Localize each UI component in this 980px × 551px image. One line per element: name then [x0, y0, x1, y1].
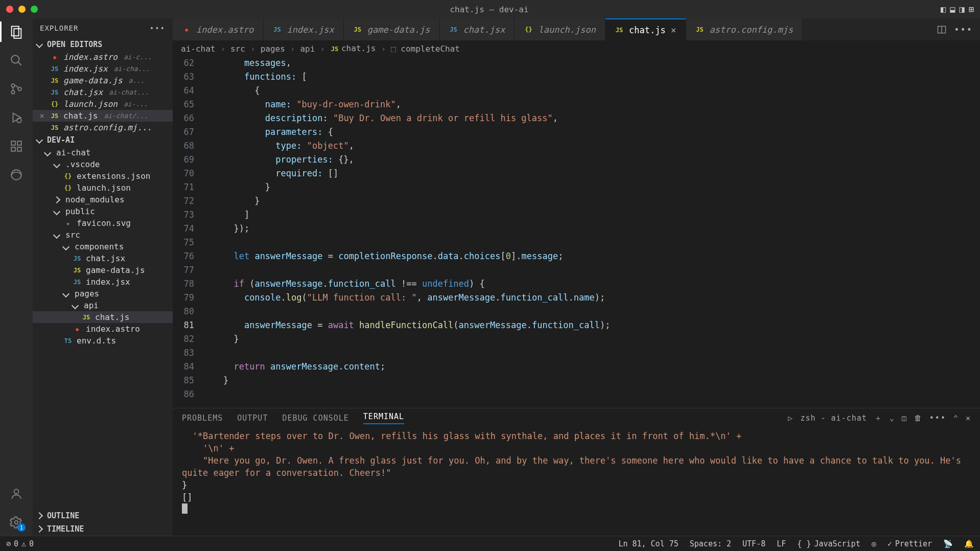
file-item[interactable]: JSchat.jsx: [33, 252, 173, 264]
file-item[interactable]: {}launch.json: [33, 182, 173, 194]
folder-item[interactable]: public: [33, 205, 173, 217]
extensions-icon[interactable]: [8, 138, 25, 154]
status-feedback-icon[interactable]: 📡: [943, 539, 953, 548]
status-eol[interactable]: LF: [777, 539, 786, 548]
open-editor-item[interactable]: JSindex.jsxai-cha...: [33, 63, 173, 75]
split-terminal-icon[interactable]: ◫: [902, 414, 907, 423]
panel-tab[interactable]: DEBUG CONSOLE: [282, 414, 348, 423]
code-line[interactable]: 63 functions: [: [175, 70, 980, 84]
terminal-name[interactable]: zsh - ai-chat: [800, 414, 867, 423]
breadcrumb-segment[interactable]: JSchat.js: [330, 43, 376, 54]
status-cursor[interactable]: Ln 81, Col 75: [618, 539, 678, 548]
folder-item[interactable]: .vscode: [33, 158, 173, 170]
status-bell-icon[interactable]: 🔔: [964, 539, 974, 548]
code-line[interactable]: 77: [175, 263, 980, 277]
folder-item[interactable]: pages: [33, 288, 173, 300]
file-item[interactable]: ◆index.astro: [33, 323, 173, 335]
open-editor-item[interactable]: ×JSchat.jsai-chat/...: [33, 110, 173, 122]
code-line[interactable]: 73 ]: [175, 208, 980, 222]
status-language[interactable]: { } JavaScript: [797, 539, 860, 548]
panel-tab[interactable]: TERMINAL: [363, 412, 404, 424]
folder-item[interactable]: ai-chat: [33, 147, 173, 158]
code-line[interactable]: 68 type: "object",: [175, 139, 980, 153]
panel-tab[interactable]: OUTPUT: [237, 414, 268, 423]
close-window[interactable]: [6, 6, 13, 13]
editor-tab[interactable]: {}launch.json: [515, 18, 605, 40]
editor-more-icon[interactable]: •••: [954, 25, 973, 35]
status-prettier[interactable]: ✓ Prettier: [888, 539, 932, 548]
code-line[interactable]: 84 return answerMessage.content;: [175, 360, 980, 374]
open-editor-item[interactable]: {}launch.jsonai-...: [33, 98, 173, 110]
terminal-profile-icon[interactable]: ▷: [788, 414, 793, 423]
panel-tab[interactable]: PROBLEMS: [182, 414, 223, 423]
code-line[interactable]: 79 console.log("LLM function call: ", an…: [175, 291, 980, 305]
workspace-header[interactable]: DEV-AI: [33, 133, 173, 147]
code-line[interactable]: 80: [175, 305, 980, 318]
open-editor-item[interactable]: JSastro.config.mj...: [33, 122, 173, 133]
new-terminal-icon[interactable]: ＋: [874, 414, 882, 423]
settings-gear-icon[interactable]: 1: [8, 514, 25, 531]
tab-close-icon[interactable]: ×: [671, 25, 676, 35]
code-line[interactable]: 81 answerMessage = await handleFunctionC…: [175, 318, 980, 332]
terminal-dropdown-icon[interactable]: ⌄: [890, 414, 895, 423]
file-item[interactable]: JSgame-data.js: [33, 264, 173, 276]
file-item[interactable]: JSchat.js: [33, 311, 173, 323]
minimize-window[interactable]: [18, 6, 26, 13]
toggle-primary-sidebar-icon[interactable]: ◧: [941, 4, 946, 14]
breadcrumb[interactable]: ai-chat›src›pages›api›JSchat.js›⬚ comple…: [173, 41, 980, 56]
file-item[interactable]: ★favicon.svg: [33, 217, 173, 229]
open-editor-item[interactable]: JSchat.jsxai-chat...: [33, 86, 173, 98]
code-line[interactable]: 78 if (answerMessage.function_call !== u…: [175, 277, 980, 291]
code-line[interactable]: 86: [175, 387, 980, 401]
code-line[interactable]: 75: [175, 236, 980, 249]
status-encoding[interactable]: UTF-8: [742, 539, 765, 548]
edge-tools-icon[interactable]: [8, 167, 25, 183]
code-line[interactable]: 65 name: "buy-dr-owen-drink",: [175, 98, 980, 111]
code-line[interactable]: 66 description: "Buy Dr. Owen a drink or…: [175, 111, 980, 125]
accounts-icon[interactable]: [8, 486, 25, 502]
code-line[interactable]: 67 parameters: {: [175, 125, 980, 139]
code-line[interactable]: 83: [175, 346, 980, 360]
file-item[interactable]: JSindex.jsx: [33, 276, 173, 288]
status-live-share-icon[interactable]: ◎: [872, 539, 876, 548]
code-editor[interactable]: 62 messages,63 functions: [64 {65 name: …: [173, 56, 980, 408]
maximize-panel-icon[interactable]: ⌃: [953, 414, 959, 423]
file-item[interactable]: {}extensions.json: [33, 170, 173, 182]
editor-tab[interactable]: JSgame-data.js: [344, 18, 440, 40]
search-icon[interactable]: [8, 52, 25, 68]
folder-item[interactable]: src: [33, 229, 173, 241]
breadcrumb-segment[interactable]: src: [230, 44, 245, 54]
code-line[interactable]: 64 {: [175, 84, 980, 98]
editor-tab[interactable]: JSchat.jsx: [440, 18, 515, 40]
terminal-output[interactable]: '*Bartender steps over to Dr. Owen, refi…: [173, 428, 980, 536]
breadcrumb-segment[interactable]: ai-chat: [181, 44, 215, 54]
folder-item[interactable]: components: [33, 241, 173, 252]
code-line[interactable]: 70 required: []: [175, 167, 980, 180]
open-editor-item[interactable]: ◆index.astroai-c...: [33, 51, 173, 63]
explorer-icon[interactable]: [8, 24, 25, 40]
breadcrumb-segment[interactable]: api: [300, 44, 315, 54]
file-item[interactable]: TSenv.d.ts: [33, 335, 173, 347]
timeline-header[interactable]: TIMELINE: [33, 522, 173, 536]
code-line[interactable]: 69 properties: {},: [175, 153, 980, 167]
zoom-window[interactable]: [31, 6, 38, 13]
editor-tab[interactable]: JSindex.jsx: [264, 18, 344, 40]
run-debug-icon[interactable]: [8, 109, 25, 126]
folder-item[interactable]: api: [33, 300, 173, 311]
folder-item[interactable]: node_modules: [33, 194, 173, 205]
source-control-icon[interactable]: [8, 81, 25, 97]
close-editor-icon[interactable]: ×: [38, 111, 46, 121]
editor-tab[interactable]: JSastro.config.mjs: [686, 18, 803, 40]
editor-tab[interactable]: JSchat.js×: [605, 18, 686, 40]
close-panel-icon[interactable]: ✕: [966, 414, 971, 423]
code-line[interactable]: 85 }: [175, 374, 980, 387]
code-line[interactable]: 71 }: [175, 180, 980, 194]
breadcrumb-segment[interactable]: pages: [261, 44, 285, 54]
code-line[interactable]: 72 }: [175, 194, 980, 208]
breadcrumb-segment[interactable]: ⬚ completeChat: [391, 44, 460, 54]
status-errors[interactable]: ⊘ 0 ⚠ 0: [6, 539, 34, 548]
toggle-panel-icon[interactable]: ⬓: [950, 4, 955, 14]
customize-layout-icon[interactable]: ⊞: [969, 4, 974, 14]
terminal-more-icon[interactable]: •••: [929, 414, 946, 423]
code-line[interactable]: 74 });: [175, 222, 980, 236]
